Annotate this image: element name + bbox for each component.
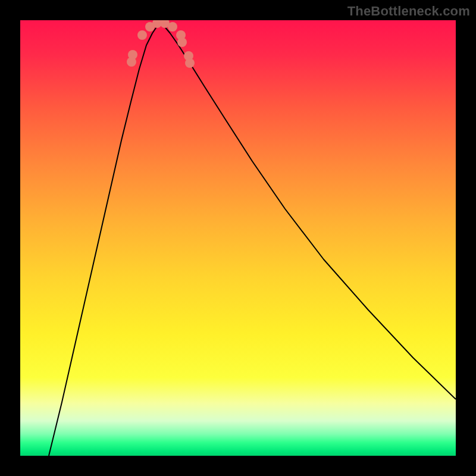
curve-marker (168, 22, 177, 32)
watermark-text: TheBottleneck.com (347, 4, 470, 19)
chart-overlay (20, 20, 456, 456)
chart-frame: TheBottleneck.com (0, 0, 476, 476)
curve-marker (177, 37, 187, 47)
plot-area (20, 20, 456, 456)
marker-group (127, 20, 195, 68)
curve-marker (128, 50, 137, 60)
curve-marker (137, 30, 147, 40)
curve-marker (185, 58, 195, 68)
bottleneck-curve (49, 24, 456, 456)
